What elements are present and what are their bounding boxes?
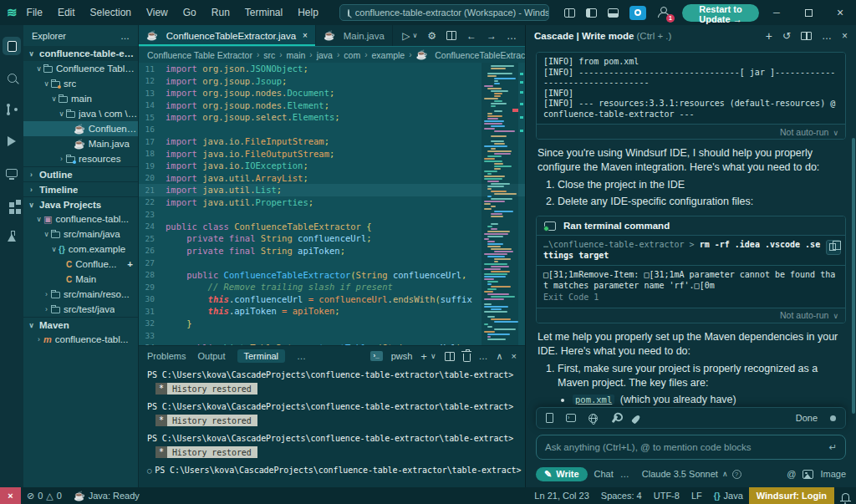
tree-item[interactable]: Main xyxy=(23,272,138,287)
run-button[interactable]: ▷ xyxy=(402,30,410,42)
panel-tab[interactable]: Output xyxy=(197,351,225,361)
close-cascade-icon[interactable]: × xyxy=(842,30,848,42)
settings-gear-icon[interactable]: ⚙ xyxy=(427,30,436,42)
run-dropdown-icon[interactable]: ∨ xyxy=(412,32,417,39)
command-center-search[interactable]: confluence-table-extractor (Workspace) -… xyxy=(339,4,549,21)
history-icon[interactable]: ↺ xyxy=(782,30,791,42)
breadcrumb-item[interactable]: Confluence Table Extractor xyxy=(147,50,252,60)
minimize-button[interactable]: ─ xyxy=(761,0,792,25)
image-label[interactable]: Image xyxy=(820,469,846,479)
terminal-dropdown-icon[interactable]: ∨ xyxy=(431,352,436,360)
menu-item[interactable]: View xyxy=(139,7,176,18)
code-line[interactable]: 29 // Remove trailing slash if present xyxy=(139,281,525,293)
code-line[interactable]: 18 import java.io.FileOutputStream; xyxy=(139,148,525,160)
tree-item[interactable]: › Timeline xyxy=(23,181,138,196)
code-line[interactable]: 13 import org.jsoup.nodes.Document; xyxy=(139,87,525,99)
tree-item[interactable]: ∨ Maven xyxy=(23,317,138,332)
more-actions-icon[interactable]: … xyxy=(297,351,306,361)
shell-label[interactable]: pwsh xyxy=(391,351,413,361)
code-line[interactable]: 11 import org.json.JSONObject; xyxy=(139,63,525,75)
cascade-scrollbar[interactable] xyxy=(852,138,855,414)
cursor-position[interactable]: Ln 21, Col 23 xyxy=(528,487,594,504)
code-line[interactable]: 34 public List<TableData> extractTables(… xyxy=(139,342,525,346)
menu-item[interactable]: Run xyxy=(204,7,237,18)
sidebar-item-remote[interactable] xyxy=(0,157,23,189)
more-actions-icon[interactable]: … xyxy=(120,31,130,41)
code-line[interactable]: 25 private final String confluenceUrl; xyxy=(139,232,525,245)
tree-item[interactable]: › src/main/reso... xyxy=(23,287,138,302)
image-icon[interactable] xyxy=(802,470,813,479)
code-line[interactable]: 27 xyxy=(139,257,525,269)
split-editor-icon[interactable] xyxy=(446,31,456,40)
code-line[interactable]: 33 xyxy=(139,329,525,342)
tree-item[interactable]: ∨ Confluence Table ... xyxy=(23,61,138,76)
tree-item[interactable]: › Outline xyxy=(23,166,138,181)
java-status[interactable]: ☕Java: Ready xyxy=(68,487,145,504)
code-line[interactable]: 22 import java.util.Properties; xyxy=(139,196,525,209)
code-line[interactable]: 17 import java.io.FileInputStream; xyxy=(139,135,525,148)
code-line[interactable]: 20 import java.util.ArrayList; xyxy=(139,172,525,185)
menu-item[interactable]: Edit xyxy=(50,7,83,18)
tree-item[interactable]: ∨ Java Projects xyxy=(23,196,138,211)
code-line[interactable]: 31 this.apiToken = apiToken; xyxy=(139,305,525,318)
tree-item[interactable]: ∨ java \ com \ ex... xyxy=(23,106,138,121)
command-line[interactable]: …\confluence-table-extractor > rm -rf .i… xyxy=(537,235,845,265)
chat-mode-button[interactable]: Chat xyxy=(594,469,614,479)
panel-tab[interactable]: Terminal xyxy=(237,349,286,363)
language-mode[interactable]: Java xyxy=(708,487,749,504)
cascade-conversation[interactable]: [INFO] from pom.xml[INFO] --------------… xyxy=(526,47,856,407)
new-file-icon[interactable]: + xyxy=(127,259,138,269)
chevron-down-icon[interactable] xyxy=(833,310,838,320)
code-link[interactable]: pom.xml xyxy=(573,395,614,405)
editor-tab[interactable]: ConfluenceTableExtractor.java × xyxy=(139,25,316,46)
more-actions-icon[interactable]: … xyxy=(822,30,832,42)
code-line[interactable]: 26 private final String apiToken; xyxy=(139,245,525,257)
editor-tab[interactable]: Main.java xyxy=(316,25,393,46)
terminal[interactable]: PS C:\Users\kova\CascadeProjects\conflue… xyxy=(139,366,525,487)
tree-item[interactable]: ∨ main xyxy=(23,91,138,106)
tree-item[interactable]: › resources xyxy=(23,151,138,166)
tree-item[interactable]: ∨ confluence-tabl... xyxy=(23,211,138,227)
account-button[interactable]: 1 xyxy=(657,7,670,19)
file-icon[interactable] xyxy=(546,413,553,423)
toggle-panel-icon[interactable] xyxy=(608,8,619,18)
code-line[interactable]: 12 import org.jsoup.Jsoup; xyxy=(139,75,525,88)
menu-item[interactable]: Selection xyxy=(83,7,139,18)
code-line[interactable]: 30 this.confluenceUrl = confluenceUrl.en… xyxy=(139,293,525,306)
indentation[interactable]: Spaces: 4 xyxy=(595,487,648,504)
code-line[interactable]: 24 public class ConfluenceTableExtractor… xyxy=(139,221,525,233)
mention-icon[interactable]: @ xyxy=(787,469,796,479)
navigate-back-icon[interactable]: ← xyxy=(466,30,476,42)
code-line[interactable]: 21 import java.util.List; xyxy=(139,184,525,196)
maximize-button[interactable] xyxy=(792,0,824,25)
tree-item[interactable]: ∨ src/main/java xyxy=(23,227,138,242)
more-modes-icon[interactable]: … xyxy=(620,469,630,479)
breadcrumb-item[interactable]: java xyxy=(317,50,333,60)
breadcrumb-item[interactable]: com xyxy=(344,50,360,60)
terminal-output-block[interactable]: [INFO] from pom.xml[INFO] --------------… xyxy=(537,53,845,124)
code-line[interactable]: 19 import java.io.IOException; xyxy=(139,160,525,172)
problems-status[interactable]: ⊘0 △0 xyxy=(21,487,68,504)
code-line[interactable]: 32 } xyxy=(139,318,525,330)
panel-tab[interactable]: Problems xyxy=(147,351,186,361)
tree-item[interactable]: ∨ src xyxy=(23,76,138,91)
model-selector[interactable]: Claude 3.5 Sonnet ∧ ? xyxy=(642,469,741,479)
tree-item[interactable]: › src/test/java xyxy=(23,302,138,317)
breadcrumb-item[interactable]: src xyxy=(263,50,275,60)
restart-to-update-button[interactable]: Restart to Update → xyxy=(682,4,759,22)
tree-item[interactable]: › confluence-tabl... xyxy=(23,332,138,347)
open-docs-icon[interactable] xyxy=(801,32,812,40)
sidebar-item-search[interactable] xyxy=(0,62,23,94)
sidebar-item-source-control[interactable] xyxy=(0,94,23,125)
terminal-icon[interactable]: › xyxy=(566,414,576,422)
new-terminal-icon[interactable]: + xyxy=(420,350,427,363)
rocket-icon[interactable] xyxy=(631,414,641,424)
code-line[interactable]: 16 xyxy=(139,124,525,136)
code-line[interactable]: 23 xyxy=(139,208,525,221)
tree-item[interactable]: Main.java xyxy=(23,136,138,151)
eol[interactable]: LF xyxy=(685,487,708,504)
sidebar-item-extensions[interactable] xyxy=(0,189,23,221)
code-line[interactable]: 15 import org.jsoup.select.Elements; xyxy=(139,111,525,124)
chat-input[interactable]: Ask anything (Ctrl+L), @ to mention code… xyxy=(536,435,846,460)
menu-item[interactable]: Terminal xyxy=(237,7,290,18)
